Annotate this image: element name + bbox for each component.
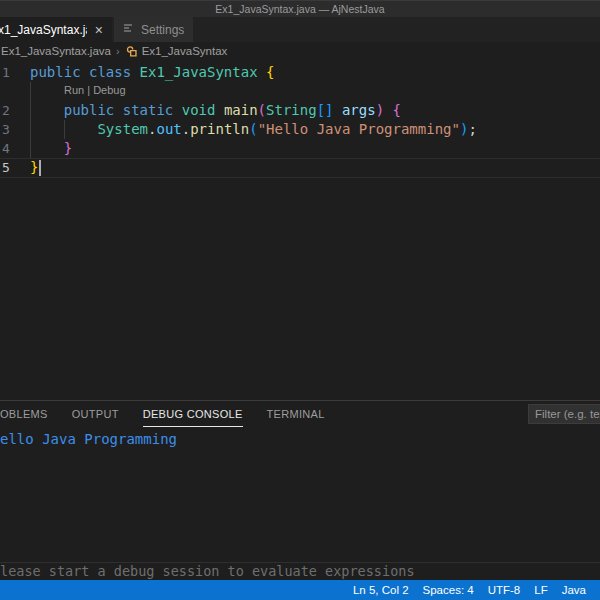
codelens-separator: | [84, 84, 93, 96]
code-token: void [182, 102, 224, 118]
code-line[interactable]: 1public class Ex1_JavaSyntax { [0, 63, 600, 82]
code-line[interactable]: 2 public static void main(String[] args)… [0, 101, 600, 120]
code-token: ( [258, 102, 266, 118]
debug-console-input[interactable]: lease start a debug session to evaluate … [0, 562, 600, 580]
status-item[interactable]: UTF-8 [488, 584, 521, 596]
code-line-content: public class Ex1_JavaSyntax { [30, 63, 274, 82]
panel-tab-output[interactable]: OUTPUT [72, 401, 119, 427]
code-token: public static [64, 102, 182, 118]
code-token: main [224, 102, 258, 118]
line-number: 3 [0, 120, 30, 139]
tab-settings[interactable]: Settings [114, 17, 193, 42]
code-token: } [30, 159, 38, 175]
editor-tab-bar: x1_JavaSyntax.java × Settings [0, 17, 600, 42]
code-token: System [97, 121, 148, 137]
tab-settings-label: Settings [141, 23, 184, 37]
code-token: println [190, 121, 249, 137]
vscode-window: Ex1_JavaSyntax.java — AjNestJava x1_Java… [0, 0, 600, 600]
codelens-debug-link[interactable]: Debug [93, 84, 125, 96]
code-token: ( [249, 121, 257, 137]
panel-tab-bar: OBLEMSOUTPUTDEBUG CONSOLETERMINALFilter … [0, 401, 600, 427]
code-token: ; [468, 121, 476, 137]
codelens: Run | Debug [0, 82, 600, 101]
code-token: public class [30, 64, 140, 80]
code-line[interactable]: 4 } [0, 139, 600, 158]
code-token: "Hello Java Programming" [258, 121, 460, 137]
breadcrumb: Ex1_JavaSyntax.java › Ex1_JavaSyntax [0, 42, 600, 60]
status-bar: Ln 5, Col 2Spaces: 4UTF-8LFJava [0, 580, 600, 600]
code-token: args [333, 102, 375, 118]
code-line[interactable]: 3 System.out.println("Hello Java Program… [0, 120, 600, 139]
code-token: [] [317, 102, 334, 118]
line-number: 4 [0, 139, 30, 158]
code-token [30, 140, 64, 156]
code-token: Ex1_JavaSyntax [140, 64, 266, 80]
line-number: 5 [0, 158, 30, 177]
line-number: 1 [0, 63, 30, 82]
class-symbol-icon [125, 45, 138, 60]
code-token: } [64, 140, 72, 156]
tab-file-label: x1_JavaSyntax.java [0, 23, 87, 37]
codelens-run-link[interactable]: Run [64, 84, 84, 96]
line-number: 2 [0, 101, 30, 120]
bottom-panel: OBLEMSOUTPUTDEBUG CONSOLETERMINALFilter … [0, 400, 600, 580]
panel-tab-oblems[interactable]: OBLEMS [0, 401, 48, 427]
code-token: String [266, 102, 317, 118]
code-token: out [156, 121, 181, 137]
status-item[interactable]: Ln 5, Col 2 [353, 584, 409, 596]
code-token [384, 102, 392, 118]
breadcrumb-file[interactable]: Ex1_JavaSyntax.java [1, 45, 111, 57]
status-item[interactable]: LF [534, 584, 547, 596]
breadcrumb-symbol[interactable]: Ex1_JavaSyntax [142, 45, 228, 57]
code-token [30, 121, 97, 137]
code-lines: 1public class Ex1_JavaSyntax {Run | Debu… [0, 60, 600, 177]
code-line-content: } [30, 139, 72, 158]
panel-tab-terminal[interactable]: TERMINAL [267, 401, 325, 427]
panel-tab-debug-console[interactable]: DEBUG CONSOLE [143, 401, 243, 427]
status-item[interactable]: Java [562, 584, 586, 596]
code-editor[interactable]: 1public class Ex1_JavaSyntax {Run | Debu… [0, 60, 600, 400]
code-line[interactable]: 5} [0, 158, 600, 177]
code-token: { [266, 64, 274, 80]
code-line-content: System.out.println("Hello Java Programmi… [30, 120, 477, 139]
code-line-content: } [30, 158, 38, 177]
close-icon[interactable]: × [95, 23, 103, 37]
tab-file[interactable]: x1_JavaSyntax.java × [0, 17, 112, 42]
chevron-right-icon: › [116, 45, 120, 57]
debug-console-output: ello Java Programming [0, 427, 600, 449]
code-token: . [182, 121, 190, 137]
code-token: { [393, 102, 401, 118]
filter-input[interactable]: Filter (e.g. text, [528, 404, 600, 424]
title-bar: Ex1_JavaSyntax.java — AjNestJava [0, 0, 600, 17]
window-title: Ex1_JavaSyntax.java — AjNestJava [215, 3, 384, 15]
settings-list-icon [123, 22, 135, 37]
code-token [30, 102, 64, 118]
status-item[interactable]: Spaces: 4 [423, 584, 474, 596]
code-line-content: public static void main(String[] args) { [30, 101, 401, 120]
code-token: ) [376, 102, 384, 118]
